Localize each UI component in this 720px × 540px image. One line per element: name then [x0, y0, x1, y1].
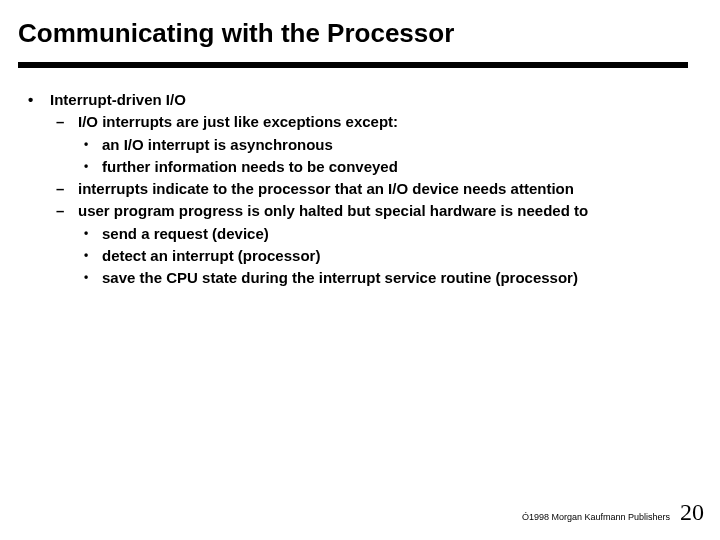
list-item: interrupts indicate to the processor tha…: [50, 179, 690, 199]
bullet-text: further information needs to be conveyed: [102, 158, 398, 175]
bullet-list: Interrupt-driven I/O I/O interrupts are …: [22, 90, 690, 288]
bullet-list: an I/O interrupt is asynchronous further…: [78, 135, 690, 178]
list-item: an I/O interrupt is asynchronous: [78, 135, 690, 155]
bullet-text: detect an interrupt (processor): [102, 247, 320, 264]
bullet-list: I/O interrupts are just like exceptions …: [50, 112, 690, 288]
slide-body: Interrupt-driven I/O I/O interrupts are …: [22, 90, 690, 290]
bullet-text: Interrupt-driven I/O: [50, 91, 186, 108]
title-underline: [18, 62, 688, 68]
bullet-text: save the CPU state during the interrupt …: [102, 269, 578, 286]
list-item: detect an interrupt (processor): [78, 246, 690, 266]
slide-footer: Ó1998 Morgan Kaufmann Publishers 20: [522, 499, 704, 526]
bullet-text: an I/O interrupt is asynchronous: [102, 136, 333, 153]
bullet-text: user program progress is only halted but…: [78, 202, 588, 219]
bullet-text: I/O interrupts are just like exceptions …: [78, 113, 398, 130]
bullet-text: send a request (device): [102, 225, 269, 242]
list-item: I/O interrupts are just like exceptions …: [50, 112, 690, 177]
list-item: Interrupt-driven I/O I/O interrupts are …: [22, 90, 690, 288]
slide: Communicating with the Processor Interru…: [0, 0, 720, 540]
bullet-list: send a request (device) detect an interr…: [78, 224, 690, 289]
page-number: 20: [680, 499, 704, 526]
copyright-text: Ó1998 Morgan Kaufmann Publishers: [522, 512, 670, 522]
list-item: save the CPU state during the interrupt …: [78, 268, 690, 288]
slide-title: Communicating with the Processor: [18, 18, 702, 49]
list-item: further information needs to be conveyed: [78, 157, 690, 177]
list-item: user program progress is only halted but…: [50, 201, 690, 288]
list-item: send a request (device): [78, 224, 690, 244]
bullet-text: interrupts indicate to the processor tha…: [78, 180, 574, 197]
